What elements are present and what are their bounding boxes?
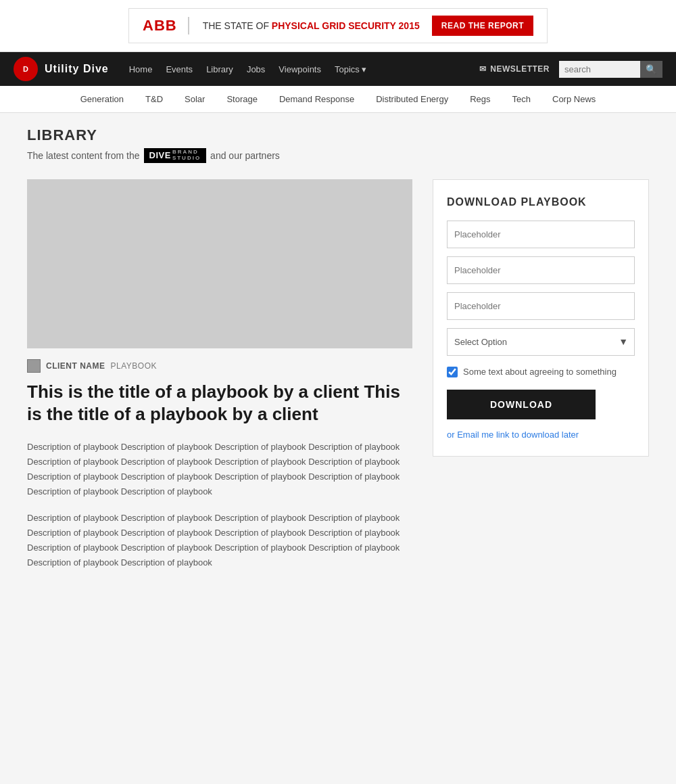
subnav-solar[interactable]: Solar: [174, 86, 216, 112]
subnav-corp-news[interactable]: Corp News: [541, 86, 606, 112]
playbook-image: [27, 179, 412, 348]
nav-links: Home Events Library Jobs Viewpoints Topi…: [129, 64, 479, 74]
library-header: LIBRARY The latest content from the DIVE…: [27, 126, 649, 163]
top-navigation: D Utility Dive Home Events Library Jobs …: [0, 52, 676, 86]
form-field-1[interactable]: [447, 221, 635, 248]
search-icon: 🔍: [646, 64, 657, 74]
playbook-description-2: Description of playbook Description of p…: [27, 511, 412, 570]
client-name-label: CLIENT NAME: [46, 361, 105, 371]
search-button[interactable]: 🔍: [640, 61, 662, 78]
form-title: DOWNLOAD PLAYBOOK: [447, 196, 635, 208]
newsletter-link[interactable]: ✉ NEWSLETTER: [479, 64, 550, 74]
site-logo: D Utility Dive: [14, 57, 109, 81]
banner-abb-logo: ABB: [143, 17, 189, 34]
subnav-tech[interactable]: Tech: [502, 86, 541, 112]
client-badge: CLIENT NAME PLAYBOOK: [27, 359, 412, 373]
search-input[interactable]: [559, 61, 640, 78]
subtitle-prefix: The latest content from the: [27, 150, 140, 161]
select-wrapper: Select Option Option 1 Option 2 Option 3…: [447, 328, 635, 356]
left-column: CLIENT NAME PLAYBOOK This is the title o…: [27, 179, 412, 581]
banner-cta-button[interactable]: READ THE REPORT: [432, 16, 533, 36]
checkbox-label[interactable]: Some text about agreeing to something: [463, 367, 617, 377]
main-container: LIBRARY The latest content from the DIVE…: [14, 113, 662, 595]
search-box: 🔍: [559, 61, 662, 78]
sub-navigation: Generation T&D Solar Storage Demand Resp…: [0, 86, 676, 113]
nav-viewpoints[interactable]: Viewpoints: [279, 64, 321, 74]
logo-icon: D: [14, 57, 38, 81]
brand-studio-text: BRANDSTUDIO: [172, 149, 201, 162]
banner-text: THE STATE OF PHYSICAL GRID SECURITY 2015: [203, 20, 421, 31]
subnav-regs[interactable]: Regs: [459, 86, 501, 112]
playbook-description-1: Description of playbook Description of p…: [27, 440, 412, 499]
email-link[interactable]: or Email me link to download later: [447, 430, 579, 440]
logo-text: Utility Dive: [45, 63, 109, 75]
nav-library[interactable]: Library: [206, 64, 233, 74]
checkbox-row: Some text about agreeing to something: [447, 367, 635, 377]
subnav-generation[interactable]: Generation: [70, 86, 135, 112]
select-option[interactable]: Select Option Option 1 Option 2 Option 3: [447, 328, 635, 356]
right-column: DOWNLOAD PLAYBOOK Select Option Option 1…: [433, 179, 649, 457]
subnav-td[interactable]: T&D: [135, 86, 174, 112]
form-field-2[interactable]: [447, 256, 635, 284]
nav-jobs[interactable]: Jobs: [247, 64, 265, 74]
agree-checkbox[interactable]: [447, 367, 458, 377]
nav-home[interactable]: Home: [129, 64, 153, 74]
newsletter-label: NEWSLETTER: [490, 64, 550, 74]
form-field-3[interactable]: [447, 292, 635, 320]
dive-brand-studio-logo: DIVE BRANDSTUDIO: [144, 148, 207, 163]
envelope-icon: ✉: [479, 64, 487, 74]
nav-right: ✉ NEWSLETTER 🔍: [479, 61, 662, 78]
download-form: DOWNLOAD PLAYBOOK Select Option Option 1…: [433, 179, 649, 457]
subtitle-suffix: and our partners: [210, 150, 280, 161]
library-subtitle: The latest content from the DIVE BRANDST…: [27, 148, 649, 163]
nav-events[interactable]: Events: [166, 64, 193, 74]
subnav-demand-response[interactable]: Demand Response: [268, 86, 365, 112]
download-button[interactable]: DOWNLOAD: [447, 390, 596, 419]
playbook-title: This is the title of a playbook by a cli…: [27, 381, 412, 427]
client-icon: [27, 359, 41, 373]
nav-topics-dropdown[interactable]: Topics ▾: [335, 64, 366, 74]
library-title: LIBRARY: [27, 126, 649, 144]
content-layout: CLIENT NAME PLAYBOOK This is the title o…: [27, 179, 649, 581]
subnav-storage[interactable]: Storage: [216, 86, 268, 112]
banner-ad: ABB THE STATE OF PHYSICAL GRID SECURITY …: [0, 0, 676, 52]
client-type-label: PLAYBOOK: [111, 361, 157, 371]
subnav-distributed-energy[interactable]: Distributed Energy: [365, 86, 459, 112]
